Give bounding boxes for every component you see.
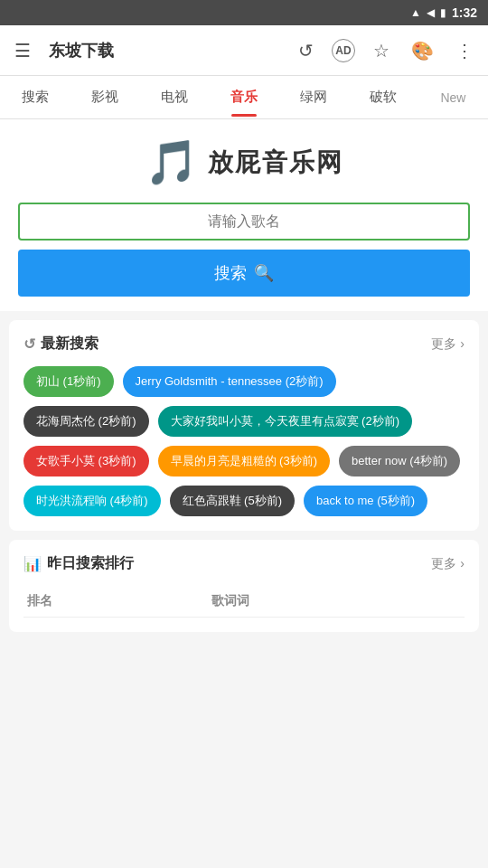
- palette-icon[interactable]: 🎨: [408, 36, 437, 65]
- main-content: 🎵 放屁音乐网 搜索 🔍 ↺ 最新搜索 更多 › 初山 (1秒前) Jerry …: [0, 119, 488, 632]
- status-bar: ▲ ◀ ▮ 1:32: [0, 0, 488, 25]
- recent-search-tags: 初山 (1秒前) Jerry Goldsmith - tennessee (2秒…: [23, 366, 465, 516]
- ranking-section: 📊 昨日搜索排行 更多 › 排名 歌词词: [9, 540, 479, 632]
- tag-item[interactable]: better now (4秒前): [339, 446, 460, 476]
- tag-item[interactable]: 女歌手小莫 (3秒前): [23, 446, 149, 476]
- ranking-table: 排名 歌词词: [23, 586, 465, 618]
- star-icon[interactable]: ☆: [370, 36, 393, 65]
- tab-tv[interactable]: 电视: [139, 78, 209, 117]
- signal-icon: ◀: [427, 6, 435, 19]
- ranking-icon: 📊: [23, 555, 42, 572]
- search-button-label: 搜索: [214, 262, 247, 284]
- ranking-more[interactable]: 更多 ›: [431, 556, 465, 572]
- refresh-icon[interactable]: ↺: [295, 36, 317, 65]
- menu-icon[interactable]: ☰: [11, 36, 34, 65]
- search-button[interactable]: 搜索 🔍: [18, 250, 470, 297]
- recent-search-header: ↺ 最新搜索 更多 ›: [23, 335, 465, 354]
- tag-item[interactable]: 大家好我叫小莫，今天夜里有点寂寞 (2秒前): [158, 406, 413, 437]
- tag-item[interactable]: 早晨的月亮是粗糙的 (3秒前): [158, 446, 331, 476]
- tab-movies[interactable]: 影视: [70, 78, 139, 117]
- status-time: 1:32: [452, 5, 477, 20]
- wifi-icon: ▲: [410, 6, 421, 19]
- tag-item[interactable]: 时光洪流程响 (4秒前): [23, 486, 161, 516]
- recent-search-more[interactable]: 更多 ›: [431, 336, 465, 353]
- tag-item[interactable]: Jerry Goldsmith - tennessee (2秒前): [123, 366, 336, 397]
- ranking-title: 📊 昨日搜索排行: [23, 554, 134, 573]
- recent-search-section: ↺ 最新搜索 更多 › 初山 (1秒前) Jerry Goldsmith - t…: [9, 320, 479, 531]
- tab-software[interactable]: 破软: [349, 78, 418, 117]
- search-input[interactable]: [34, 213, 454, 230]
- search-input-container[interactable]: [18, 203, 470, 241]
- ranking-col-rank: 排名: [23, 586, 208, 618]
- ranking-header: 📊 昨日搜索排行 更多 ›: [23, 554, 465, 573]
- tab-search[interactable]: 搜索: [0, 78, 70, 117]
- tag-item[interactable]: 红色高跟鞋 (5秒前): [170, 486, 296, 516]
- logo-text: 放屁音乐网: [208, 146, 343, 180]
- tab-new[interactable]: New: [418, 80, 488, 116]
- tab-green[interactable]: 绿网: [279, 78, 349, 117]
- toolbar-title: 东坡下载: [49, 40, 280, 61]
- tag-item[interactable]: 初山 (1秒前): [23, 366, 114, 397]
- search-button-icon: 🔍: [254, 263, 274, 283]
- nav-tabs: 搜索 影视 电视 音乐 绿网 破软 New: [0, 76, 488, 119]
- toolbar: ☰ 东坡下载 ↺ AD ☆ 🎨 ⋮: [0, 25, 488, 76]
- more-icon[interactable]: ⋮: [452, 36, 477, 65]
- ranking-col-song: 歌词词: [208, 586, 465, 618]
- battery-icon: ▮: [440, 6, 446, 19]
- tab-music[interactable]: 音乐: [209, 78, 278, 117]
- recent-search-title: ↺ 最新搜索: [23, 335, 99, 354]
- logo-section: 🎵 放屁音乐网: [0, 119, 488, 203]
- recent-search-icon: ↺: [23, 335, 35, 353]
- logo-icon: 🎵: [145, 137, 199, 188]
- tag-item[interactable]: back to me (5秒前): [304, 486, 427, 516]
- tag-item[interactable]: 花海周杰伦 (2秒前): [23, 406, 149, 437]
- ad-icon[interactable]: AD: [332, 39, 355, 62]
- search-section: 搜索 🔍: [0, 203, 488, 311]
